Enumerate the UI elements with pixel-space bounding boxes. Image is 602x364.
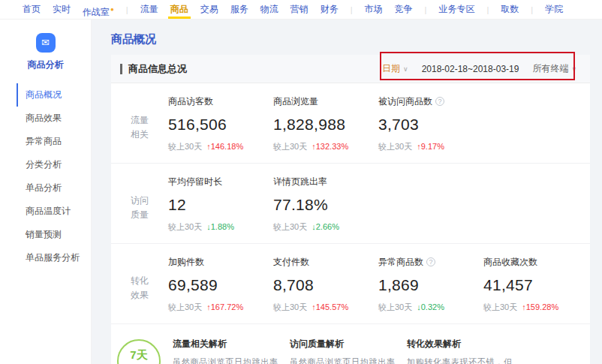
metric-detail-bounce-rate: 详情页跳出率 77.18% 较上30天↓2.66%: [273, 176, 378, 233]
nav-item-business-zone[interactable]: 业务专区: [438, 0, 474, 19]
metric-value: 41,457: [483, 276, 588, 294]
nav-item-label: 作战室: [83, 7, 110, 17]
delta-up: ↑159.28%: [522, 302, 558, 311]
date-filter-label: 日期: [382, 63, 400, 74]
nav-item-logistics[interactable]: 物流: [260, 0, 278, 19]
nav-item-academy[interactable]: 学院: [545, 0, 563, 19]
insight-conversion: 转化效果解析 加购转化率表现还不错，但支付转化率低于同行平均，赶快到赛马热荐商品…: [407, 338, 512, 364]
insight-text: 虽然商品浏览页日均跳出率比同行平均好，但平均停留时间低于同行平均，请关注详情页内…: [290, 355, 395, 364]
insight-title: 访问质量解析: [290, 338, 395, 350]
sidebar-item-category-analysis[interactable]: 分类分析: [17, 153, 91, 176]
nav-separator: |: [531, 5, 533, 14]
insight-visit-quality: 访问质量解析 虽然商品浏览页日均跳出率比同行平均好，但平均停留时间低于同行平均，…: [290, 338, 395, 364]
sidebar-item-product-overview[interactable]: 商品概况: [17, 83, 91, 107]
delta-up: ↑132.33%: [312, 142, 348, 151]
filter-bar: 日期∨ 2018-02-18~2018-03-19 所有终端∨: [382, 62, 579, 75]
metric-value: 516,506: [168, 116, 273, 134]
insight-title: 转化效果解析: [407, 338, 512, 350]
delta-down: ↓1.88%: [206, 222, 234, 231]
sidebar-item-single-product-analysis[interactable]: 单品分析: [17, 176, 91, 200]
metric-name: 详情页跳出率: [273, 176, 378, 188]
insight-text: 加购转化率表现还不错，但支付转化率低于同行平均，赶快到赛马热荐商品和商品诊断查看…: [407, 355, 512, 364]
nav-item-market[interactable]: 市场: [365, 0, 383, 19]
metric-value: 69,589: [168, 276, 273, 294]
insight-text: 虽然商品浏览页日均跳出率比同行平均好，但平均停留时间低于同行平均，请关注页面质量…: [173, 355, 278, 364]
metric-value: 8,708: [273, 276, 378, 294]
group-label-traffic: 流量 相关: [111, 95, 168, 152]
sidebar-item-product-thermometer[interactable]: 商品温度计: [17, 200, 91, 223]
metric-value: 1,828,988: [273, 116, 378, 134]
chevron-down-icon: ∨: [571, 65, 576, 73]
metrics-group-traffic: 流量 相关 商品访客数 516,506 较上30天↑146.18% 商品浏览量 …: [111, 83, 590, 164]
nav-item-service[interactable]: 服务: [230, 0, 248, 19]
delta-down: ↓0.32%: [417, 302, 444, 311]
group-label-visit-quality: 访问 质量: [111, 176, 168, 233]
metric-compare: 较上30天↑146.18%: [168, 141, 273, 152]
metric-compare: 较上30天↑9.17%: [378, 141, 483, 152]
help-icon[interactable]: ?: [426, 257, 435, 266]
metric-value: 3,703: [378, 116, 483, 134]
insight-traffic: 流量相关解析 虽然商品浏览页日均跳出率比同行平均好，但平均停留时间低于同行平均，…: [173, 338, 278, 364]
sidebar-item-product-effect[interactable]: 商品效果: [17, 107, 91, 130]
sidebar-menu: 商品概况 商品效果 异常商品 分类分析 单品分析 商品温度计 销量预测 单品服务…: [0, 83, 91, 269]
nav-item-competition[interactable]: 竞争: [395, 0, 413, 19]
metric-cart-adds: 加购件数 69,589 较上30天↑167.72%: [168, 256, 273, 313]
new-badge-icon: ●: [110, 6, 114, 13]
terminal-filter-dropdown[interactable]: 所有终端∨: [532, 62, 576, 75]
metric-name: 加购件数: [168, 256, 273, 269]
nav-item-data-extract[interactable]: 取数: [501, 0, 519, 19]
metric-value: 1,869: [378, 276, 483, 294]
nav-separator: |: [126, 5, 128, 14]
nav-item-finance[interactable]: 财务: [321, 0, 339, 19]
metric-compare: 较上30天↓1.88%: [168, 221, 273, 233]
nav-item-traffic[interactable]: 流量: [140, 0, 158, 19]
badge-days: 7天: [119, 348, 159, 362]
delta-up: ↑146.18%: [206, 142, 243, 151]
metric-favorites: 商品收藏次数 41,457 较上30天↑159.28%: [483, 256, 588, 313]
sidebar: ✉ 商品分析 商品概况 商品效果 异常商品 分类分析 单品分析 商品温度计 销量…: [0, 20, 92, 364]
sidebar-item-sales-forecast[interactable]: 销量预测: [17, 223, 91, 246]
sidebar-item-abnormal-products[interactable]: 异常商品: [17, 130, 91, 153]
help-icon[interactable]: ?: [435, 97, 444, 106]
metric-value: 77.18%: [273, 196, 378, 214]
metric-compare: 较上30天↑132.33%: [273, 141, 378, 152]
date-filter-dropdown[interactable]: 日期∨: [382, 62, 408, 75]
metric-avg-stay-duration: 平均停留时长 12 较上30天↓1.88%: [168, 176, 273, 233]
metric-name: 平均停留时长: [168, 176, 273, 188]
metric-name: 商品收藏次数: [483, 256, 588, 269]
sidebar-item-single-product-service[interactable]: 单品服务分析: [17, 246, 91, 269]
date-range-value[interactable]: 2018-02-18~2018-03-19: [422, 64, 519, 74]
nav-item-realtime[interactable]: 实时: [53, 0, 71, 19]
metrics-group-visit-quality: 访问 质量 平均停留时长 12 较上30天↓1.88% 详情页跳出率 77.18…: [111, 164, 590, 244]
nav-item-trade[interactable]: 交易: [200, 0, 218, 19]
group-label-conversion: 转化 效果: [111, 256, 168, 313]
metric-compare: 较上30天↓0.32%: [378, 302, 483, 313]
metric-value: 12: [168, 196, 273, 214]
insight-title: 流量相关解析: [173, 338, 278, 350]
metric-compare: 较上30天↑145.57%: [273, 302, 378, 313]
metric-compare: 较上30天↓2.66%: [273, 221, 378, 233]
metric-paid-items: 支付件数 8,708 较上30天↑145.57%: [273, 256, 378, 313]
nav-separator: |: [351, 5, 353, 14]
metric-compare: 较上30天↑167.72%: [168, 302, 273, 313]
nav-item-product[interactable]: 商品: [170, 0, 188, 19]
sidebar-section-title: 商品分析: [0, 59, 91, 71]
data-insight-badge: 7天 数据解读: [117, 339, 161, 364]
nav-item-home[interactable]: 首页: [23, 0, 41, 19]
metric-name: 商品浏览量: [273, 95, 378, 108]
metric-product-visitors: 商品访客数 516,506 较上30天↑146.18%: [168, 95, 273, 152]
page-title: 商品概况: [111, 32, 602, 47]
nav-separator: |: [486, 5, 489, 14]
metric-abnormal-products: 异常商品数? 1,869 较上30天↓0.32%: [378, 256, 483, 313]
nav-separator: |: [425, 5, 427, 14]
card-title: 商品信息总况: [120, 64, 187, 74]
chevron-down-icon: ∨: [403, 65, 408, 73]
metric-name: 商品访客数: [168, 95, 273, 108]
delta-up: ↑145.57%: [312, 302, 348, 311]
metric-compare: 较上30天↑159.28%: [483, 302, 588, 313]
top-nav: 首页 实时 作战室● | 流量 商品 交易 服务 物流 营销 财务 | 市场 竞…: [0, 0, 602, 20]
nav-item-marketing[interactable]: 营销: [290, 0, 309, 19]
terminal-filter-label: 所有终端: [532, 63, 568, 74]
metric-product-views: 商品浏览量 1,828,988 较上30天↑132.33%: [273, 95, 378, 152]
nav-item-war-room[interactable]: 作战室●: [83, 0, 114, 19]
